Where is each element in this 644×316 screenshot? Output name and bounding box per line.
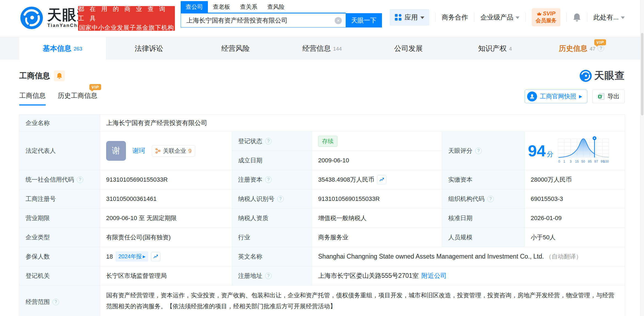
nearby-companies-link[interactable]: 附近公司	[422, 271, 447, 280]
taxpayer-quality-label: 纳税人资质	[232, 209, 312, 228]
capital-trend-icon[interactable]	[377, 175, 386, 184]
reg-capital-value: 35438.4908万人民币	[312, 170, 442, 189]
reg-status-value: 存续	[312, 132, 442, 151]
svg-text:97: 97	[594, 160, 598, 163]
watermark-text: 天眼查	[594, 69, 625, 82]
subtab-history-business-info[interactable]: VIP 历史工商信息	[58, 91, 97, 106]
business-term-label: 营业期限	[20, 209, 100, 228]
svg-text:0: 0	[558, 160, 560, 163]
tab-history-info[interactable]: VIP 历史信息47 ?	[538, 37, 625, 60]
excel-icon	[598, 93, 605, 100]
tab-company-development[interactable]: 公司发展	[365, 37, 452, 60]
business-term-value: 2009-06-10 至 无固定期限	[100, 209, 232, 228]
insured-count-label: 参保人数	[20, 247, 100, 266]
section-title: 工商信息	[19, 71, 50, 81]
tianyancha-logo-icon	[20, 6, 43, 30]
tab-operation-info[interactable]: 经营信息144	[279, 37, 365, 60]
taxpayer-id-label: 纳税人识别号?	[232, 189, 312, 209]
help-icon[interactable]: ?	[53, 299, 59, 305]
apps-label: 应用	[404, 13, 418, 22]
related-companies-badge[interactable]: 关联企业 9	[152, 145, 195, 157]
help-icon[interactable]: ?	[475, 148, 482, 154]
arrow-right-icon: ▶	[143, 254, 145, 259]
svg-text:15: 15	[575, 160, 579, 163]
vip-badge: VIP	[594, 39, 606, 45]
tab-legal-proceedings[interactable]: 法律诉讼	[106, 37, 192, 60]
promo-line2: 国家中小企业发展子基金旗下机构	[79, 23, 174, 32]
reg-address-value: 上海市长宁区娄山关路555号2701室 附近公司	[312, 266, 625, 285]
approval-date-label: 核准日期	[442, 209, 525, 228]
help-icon[interactable]: ?	[598, 45, 604, 52]
reg-number-label: 工商注册号	[20, 189, 100, 209]
page: 天眼查 TianYanCha.com 都 在 用 的 商 业 查 询 工 具 国…	[0, 0, 644, 316]
svg-text:1: 1	[563, 160, 565, 163]
industry-value: 商务服务业	[312, 228, 442, 247]
stamp-icon	[527, 92, 537, 101]
legal-rep-label: 法定代表人	[20, 132, 100, 170]
org-code-label: 组织机构代码?	[442, 189, 525, 209]
subtab-business-info[interactable]: 工商信息	[19, 91, 46, 106]
search-tab-boss[interactable]: 查老板	[208, 1, 235, 13]
search-button[interactable]: 天眼一下	[346, 13, 382, 27]
search-tab-company[interactable]: 查公司	[181, 1, 208, 13]
business-scope-value: 国有资产经营管理，资本运作，实业投资，资产收购、包装和出让，企业和资产托管，债权…	[100, 285, 625, 316]
score-label: 天眼评分?	[442, 132, 525, 170]
legal-rep-avatar[interactable]: 谢	[106, 141, 126, 161]
promo-banner: 都 在 用 的 商 业 查 询 工 具 国家中小企业发展子基金旗下机构	[78, 6, 175, 31]
search-tab-relation[interactable]: 查关系	[235, 1, 262, 13]
notification-bell-icon[interactable]	[573, 13, 581, 22]
main-content: 工商信息 天眼查 工商信息	[0, 69, 644, 316]
insured-count-value: 18 2024年报▶	[100, 247, 232, 266]
chevron-down-icon	[621, 16, 625, 19]
search-input[interactable]	[181, 17, 324, 24]
company-type-value: 有限责任公司(国有独资)	[100, 228, 232, 247]
help-icon[interactable]: ?	[277, 196, 284, 202]
user-menu[interactable]: 此处有...	[593, 13, 625, 22]
search-tab-risk[interactable]: 查风险	[262, 1, 290, 13]
approval-date-value: 2026-01-09	[525, 209, 625, 228]
search-area: 查公司 查老板 查关系 查风险 × 天眼一下	[181, 3, 382, 27]
subscribe-bell-icon[interactable]	[54, 70, 65, 81]
english-name-value: Shanghai Changning State owned Assets Ma…	[312, 247, 625, 266]
tab-intellectual-property[interactable]: 知识产权4	[452, 37, 538, 60]
promo-line1: 都 在 用 的 商 业 查 询 工 具	[78, 4, 175, 23]
taxpayer-id-value: 91310105690155033R	[312, 189, 442, 209]
score-distribution-chart[interactable]: 0 1 3 15 50 85 97 99 100	[558, 135, 610, 166]
insured-trend-icon[interactable]	[151, 252, 160, 261]
divider	[587, 13, 587, 22]
taxpayer-quality-value: 增值税一般纳税人	[312, 209, 442, 228]
establish-date-value: 2009-06-10	[312, 151, 442, 170]
clear-search-icon[interactable]: ×	[335, 17, 342, 24]
enterprise-link[interactable]: 企业级产品	[480, 13, 519, 22]
official-snapshot-button[interactable]: 工商官网快照 ▶	[525, 90, 587, 103]
export-button[interactable]: 导出	[592, 90, 625, 103]
divider	[566, 13, 567, 22]
annual-report-badge[interactable]: 2024年报▶	[115, 251, 148, 262]
divider	[525, 13, 526, 22]
reg-capital-label: 注册资本?	[232, 170, 312, 189]
help-icon[interactable]: ?	[265, 138, 272, 145]
cooperation-link[interactable]: 商务合作	[442, 13, 468, 22]
staff-size-label: 人员规模	[442, 228, 525, 247]
legal-rep-name-link[interactable]: 谢珂	[133, 146, 145, 155]
apps-button[interactable]: 应用	[390, 9, 429, 26]
help-icon[interactable]: ?	[487, 196, 494, 202]
tab-operation-risk[interactable]: 经营风险	[192, 37, 279, 60]
help-icon[interactable]: ?	[265, 176, 272, 183]
reg-authority-value: 长宁区市场监督管理局	[100, 266, 232, 285]
apps-grid-icon	[395, 14, 402, 21]
vip-badge: VIP	[89, 84, 101, 90]
company-nav-tabs: 基本信息263 法律诉讼 经营风险 经营信息144 公司发展 知识产权4 VIP…	[0, 37, 644, 60]
tab-basic-info[interactable]: 基本信息263	[19, 37, 106, 60]
crown-icon	[537, 12, 542, 16]
credit-code-label: 统一社会信用代码?	[20, 170, 100, 189]
help-icon[interactable]: ?	[77, 176, 83, 183]
company-type-label: 企业类型	[20, 228, 100, 247]
help-icon[interactable]: ?	[265, 273, 272, 279]
scrollbar[interactable]	[640, 0, 644, 316]
search-input-wrap: ×	[181, 13, 346, 27]
company-name-label: 企业名称	[20, 115, 100, 132]
svip-button[interactable]: SVIP 会员服务	[532, 8, 560, 26]
watermark-logo: 天眼查	[579, 69, 625, 82]
scrollbar-thumb[interactable]	[641, 33, 643, 115]
